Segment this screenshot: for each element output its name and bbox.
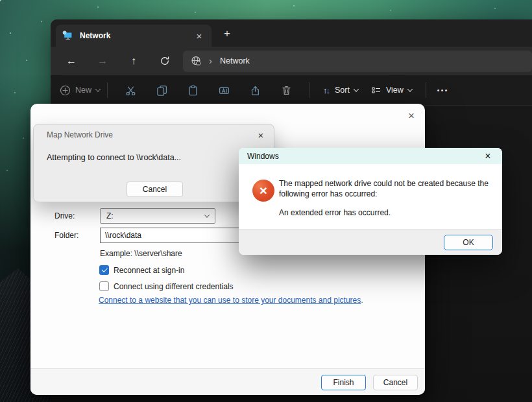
tab-title: Network	[80, 31, 110, 40]
network-globe-icon	[191, 56, 201, 66]
toolbar-separator	[426, 82, 426, 98]
forward-button[interactable]: →	[87, 50, 118, 72]
progress-cancel-button[interactable]: Cancel	[127, 182, 183, 197]
new-button[interactable]: New	[60, 85, 100, 96]
finish-button[interactable]: Finish	[321, 375, 366, 390]
folder-label: Folder:	[54, 231, 79, 240]
error-dialog-footer: OK	[239, 229, 502, 255]
delete-button[interactable]	[273, 78, 299, 102]
close-icon[interactable]: ×	[404, 109, 418, 123]
command-toolbar: New	[51, 75, 532, 106]
ok-button[interactable]: OK	[444, 235, 493, 250]
drive-label: Drive:	[54, 211, 75, 220]
navigation-bar: ← → ↑ › Network	[51, 47, 532, 75]
sort-button-label: Sort	[335, 86, 350, 95]
progress-dialog-title: Map Network Drive	[47, 130, 113, 139]
error-dialog-body: × The mapped network drive could not be …	[239, 164, 502, 229]
drive-select[interactable]: Z:	[100, 208, 215, 224]
toolbar-separator	[309, 82, 309, 98]
wizard-footer: Finish Cancel	[30, 368, 425, 395]
windows-error-dialog: Windows × × The mapped network drive cou…	[239, 148, 502, 255]
paste-button[interactable]	[180, 78, 206, 102]
cut-button[interactable]	[117, 78, 143, 102]
tab-network[interactable]: Network ×	[56, 25, 212, 47]
toolbar-separator	[107, 82, 108, 98]
credentials-checkbox-row[interactable]: Connect using different credentials	[99, 281, 234, 291]
error-message-line2: An extended error has occurred.	[279, 208, 391, 217]
chevron-down-icon	[95, 86, 101, 91]
more-options-button[interactable]: •••	[437, 87, 449, 94]
address-bar[interactable]: › Network	[183, 51, 532, 72]
share-button[interactable]	[242, 78, 268, 102]
up-button[interactable]: ↑	[118, 50, 149, 72]
reconnect-checkbox-row[interactable]: Reconnect at sign-in	[99, 265, 184, 275]
progress-message: Attempting to connect to \\rock\data...	[47, 153, 181, 162]
sort-arrows-icon: ↑↓	[323, 86, 330, 95]
error-icon: ×	[252, 180, 274, 202]
rename-button[interactable]	[211, 78, 237, 102]
view-list-icon	[371, 85, 381, 95]
breadcrumb-location: Network	[220, 56, 250, 65]
view-button[interactable]: View	[365, 78, 418, 102]
new-button-label: New	[75, 86, 91, 95]
tab-close-icon[interactable]: ×	[193, 30, 205, 41]
chevron-down-icon	[407, 86, 413, 91]
screen: Network × + ← → ↑	[0, 0, 532, 402]
error-message-line1: The mapped network drive could not be cr…	[279, 178, 502, 199]
network-drive-icon	[62, 30, 73, 41]
tab-strip: Network × +	[51, 19, 532, 47]
checkbox-checked-icon[interactable]	[99, 265, 109, 275]
plus-circle-icon	[60, 85, 71, 96]
stars-decoration	[0, 0, 1, 1]
drive-select-value: Z:	[106, 211, 114, 220]
connect-website-link[interactable]: Connect to a website that you can use to…	[99, 296, 363, 305]
error-dialog-title: Windows	[247, 152, 279, 161]
error-dialog-titlebar: Windows ×	[239, 148, 502, 164]
chevron-down-icon	[204, 212, 210, 217]
folder-example-text: Example: \\server\share	[100, 249, 182, 258]
back-button[interactable]: ←	[56, 50, 87, 72]
copy-button[interactable]	[149, 78, 175, 102]
checkbox-unchecked-icon[interactable]	[99, 281, 109, 291]
wizard-cancel-button[interactable]: Cancel	[373, 375, 418, 390]
chevron-down-icon	[354, 86, 359, 91]
credentials-checkbox-label: Connect using different credentials	[114, 282, 234, 291]
folder-input-value: \\rock\data	[105, 231, 141, 240]
close-icon[interactable]: ×	[254, 128, 267, 141]
close-icon[interactable]: ×	[482, 150, 494, 162]
refresh-button[interactable]	[149, 50, 180, 72]
sort-button[interactable]: ↑↓ Sort	[317, 78, 365, 102]
breadcrumb-chevron-icon: ›	[209, 55, 212, 66]
new-tab-button[interactable]: +	[219, 26, 235, 41]
reconnect-checkbox-label: Reconnect at sign-in	[114, 266, 184, 275]
view-button-label: View	[386, 86, 404, 95]
